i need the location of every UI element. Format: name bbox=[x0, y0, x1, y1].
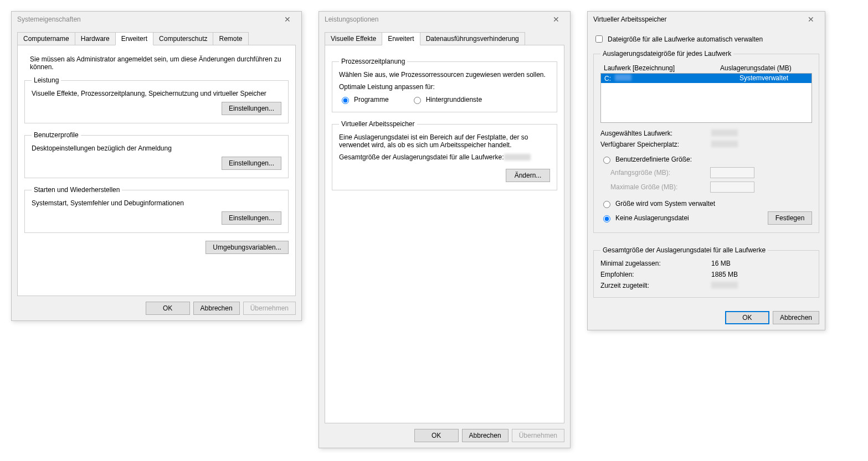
close-icon[interactable]: ✕ bbox=[803, 15, 819, 24]
free-space-value-redacted bbox=[711, 141, 738, 147]
radio-programs-input[interactable] bbox=[342, 97, 349, 104]
tab-visuelle-effekte[interactable]: Visuelle Effekte bbox=[325, 32, 382, 45]
min-allowed-value: 16 MB bbox=[711, 260, 731, 267]
currently-allocated-value-redacted bbox=[711, 282, 738, 288]
auto-manage-input[interactable] bbox=[595, 35, 603, 43]
group-benutzerprofile: Benutzerprofile Desktopeinstellungen bez… bbox=[24, 131, 289, 178]
tab-computername[interactable]: Computername bbox=[17, 32, 75, 45]
group-desc: Visuelle Effekte, Prozessorzeitplanung, … bbox=[32, 90, 281, 97]
cancel-button[interactable]: Abbrechen bbox=[193, 302, 240, 315]
radio-background[interactable]: Hintergrunddienste bbox=[411, 95, 482, 104]
performance-options-dialog: Leistungsoptionen ✕ Visuelle Effekte Erw… bbox=[319, 11, 571, 448]
radio-programs[interactable]: Programme bbox=[339, 95, 389, 104]
system-properties-dialog: Systemeigenschaften ✕ Computername Hardw… bbox=[11, 11, 302, 321]
group-legend: Virtueller Arbeitsspeicher bbox=[339, 120, 417, 128]
recommended-label: Empfohlen: bbox=[600, 271, 711, 278]
radio-background-input[interactable] bbox=[414, 97, 421, 104]
apply-button[interactable]: Übernehmen bbox=[512, 429, 564, 442]
tab-hardware[interactable]: Hardware bbox=[75, 32, 116, 45]
set-button[interactable]: Festlegen bbox=[768, 211, 812, 225]
auto-manage-checkbox[interactable]: Dateigröße für alle Laufwerke automatisc… bbox=[593, 34, 819, 44]
group-total-pagefile: Gesamtgröße der Auslagerungsdatei für al… bbox=[593, 246, 819, 298]
tab-computerschutz[interactable]: Computerschutz bbox=[153, 32, 213, 45]
titlebar: Virtueller Arbeitsspeicher ✕ bbox=[588, 12, 825, 27]
group-desc: Eine Auslagerungsdatei ist ein Bereich a… bbox=[339, 133, 550, 149]
dialog-buttons: OK Abbrechen bbox=[593, 305, 819, 324]
column-drive: Laufwerk [Bezeichnung] bbox=[604, 64, 720, 72]
group-legend: Benutzerprofile bbox=[32, 131, 81, 139]
tab-remote[interactable]: Remote bbox=[213, 32, 248, 45]
free-space-label: Verfügbarer Speicherplatz: bbox=[600, 141, 711, 148]
group-legend: Starten und Wiederherstellen bbox=[32, 186, 122, 194]
group-legend: Leistung bbox=[32, 76, 61, 84]
ok-button[interactable]: OK bbox=[146, 302, 190, 315]
selected-drive-value-redacted bbox=[711, 130, 738, 136]
radio-none-input[interactable] bbox=[603, 215, 610, 222]
checkbox-label: Dateigröße für alle Laufwerke automatisc… bbox=[608, 35, 763, 43]
performance-settings-button[interactable]: Einstellungen... bbox=[222, 102, 281, 115]
selected-drive-label: Ausgewähltes Laufwerk: bbox=[600, 130, 711, 137]
dialog-title: Virtueller Arbeitsspeicher bbox=[593, 15, 667, 23]
recommended-value: 1885 MB bbox=[711, 271, 738, 278]
radio-custom-size[interactable]: Benutzerdefinierte Größe: bbox=[600, 155, 812, 164]
tab-panel-erweitert: Prozessorzeitplanung Wählen Sie aus, wie… bbox=[325, 45, 564, 423]
total-pagefile-label: Gesamtgröße der Auslagerungsdatei für al… bbox=[339, 153, 504, 161]
min-allowed-label: Minimal zugelassen: bbox=[600, 260, 711, 267]
drive-listbox[interactable]: C: Systemverwaltet bbox=[600, 73, 812, 123]
tab-dep[interactable]: Datenausführungsverhinderung bbox=[420, 32, 525, 45]
adjust-for-label: Optimale Leistung anpassen für: bbox=[339, 83, 550, 91]
userprofile-settings-button[interactable]: Einstellungen... bbox=[222, 157, 281, 170]
currently-allocated-label: Zurzeit zugeteilt: bbox=[600, 282, 711, 289]
radio-label: Benutzerdefinierte Größe: bbox=[615, 156, 692, 163]
drive-label-redacted bbox=[615, 74, 631, 81]
group-leistung: Leistung Visuelle Effekte, Prozessorzeit… bbox=[24, 76, 289, 123]
initial-size-label: Anfangsgröße (MB): bbox=[610, 169, 710, 177]
radio-label: Größe wird vom System verwaltet bbox=[615, 200, 715, 208]
cancel-button[interactable]: Abbrechen bbox=[462, 429, 509, 442]
radio-label: Programme bbox=[354, 96, 389, 103]
virtual-memory-dialog: Virtueller Arbeitsspeicher ✕ Dateigröße … bbox=[587, 11, 825, 330]
group-desc: Wählen Sie aus, wie Prozessorressourcen … bbox=[339, 71, 550, 79]
environment-variables-button[interactable]: Umgebungsvariablen... bbox=[206, 241, 289, 254]
radio-system-managed[interactable]: Größe wird vom System verwaltet bbox=[600, 199, 812, 208]
ok-button[interactable]: OK bbox=[414, 429, 459, 442]
list-item[interactable]: C: Systemverwaltet bbox=[601, 74, 811, 83]
tab-erweitert[interactable]: Erweitert bbox=[382, 32, 420, 45]
max-size-label: Maximale Größe (MB): bbox=[610, 183, 710, 191]
radio-no-pagefile[interactable]: Keine Auslagerungsdatei bbox=[600, 214, 689, 222]
column-pagefile: Auslagerungsdatei (MB) bbox=[720, 64, 809, 72]
close-icon[interactable]: ✕ bbox=[279, 15, 296, 24]
titlebar: Systemeigenschaften ✕ bbox=[12, 12, 301, 27]
max-size-input bbox=[710, 182, 754, 193]
titlebar: Leistungsoptionen ✕ bbox=[319, 12, 570, 27]
dialog-buttons: OK Abbrechen Übernehmen bbox=[325, 423, 564, 442]
tabstrip: Computername Hardware Erweitert Computer… bbox=[17, 32, 296, 45]
drive-letter: C: bbox=[604, 75, 611, 82]
total-pagefile-value-redacted bbox=[504, 154, 531, 160]
radio-system-input[interactable] bbox=[603, 201, 610, 208]
initial-size-input bbox=[710, 167, 754, 178]
group-legend: Auslagerungsdateigröße für jedes Laufwer… bbox=[600, 50, 733, 58]
admin-note: Sie müssen als Administrator angemeldet … bbox=[24, 52, 289, 71]
radio-custom-input[interactable] bbox=[603, 157, 610, 164]
tabstrip: Visuelle Effekte Erweitert Datenausführu… bbox=[325, 32, 564, 45]
dialog-title: Leistungsoptionen bbox=[325, 15, 378, 23]
tab-panel-erweitert: Sie müssen als Administrator angemeldet … bbox=[17, 45, 296, 296]
group-legend: Gesamtgröße der Auslagerungsdatei für al… bbox=[600, 246, 768, 254]
group-desc: Desktopeinstellungen bezüglich der Anmel… bbox=[32, 144, 281, 152]
apply-button[interactable]: Übernehmen bbox=[243, 302, 296, 315]
ok-button[interactable]: OK bbox=[725, 311, 769, 324]
close-icon[interactable]: ✕ bbox=[548, 15, 564, 24]
dialog-title: Systemeigenschaften bbox=[17, 15, 81, 23]
group-legend: Prozessorzeitplanung bbox=[339, 58, 407, 65]
startup-settings-button[interactable]: Einstellungen... bbox=[222, 211, 281, 225]
cancel-button[interactable]: Abbrechen bbox=[773, 311, 819, 324]
group-virtual-memory: Virtueller Arbeitsspeicher Eine Auslager… bbox=[332, 120, 557, 190]
radio-label: Hintergrunddienste bbox=[426, 96, 482, 103]
change-vm-button[interactable]: Ändern... bbox=[506, 169, 550, 182]
radio-label: Keine Auslagerungsdatei bbox=[615, 214, 689, 222]
dialog-buttons: OK Abbrechen Übernehmen bbox=[17, 296, 296, 315]
group-processor-scheduling: Prozessorzeitplanung Wählen Sie aus, wie… bbox=[332, 58, 557, 112]
tab-erweitert[interactable]: Erweitert bbox=[115, 32, 153, 45]
group-desc: Systemstart, Systemfehler und Debuginfor… bbox=[32, 199, 281, 207]
